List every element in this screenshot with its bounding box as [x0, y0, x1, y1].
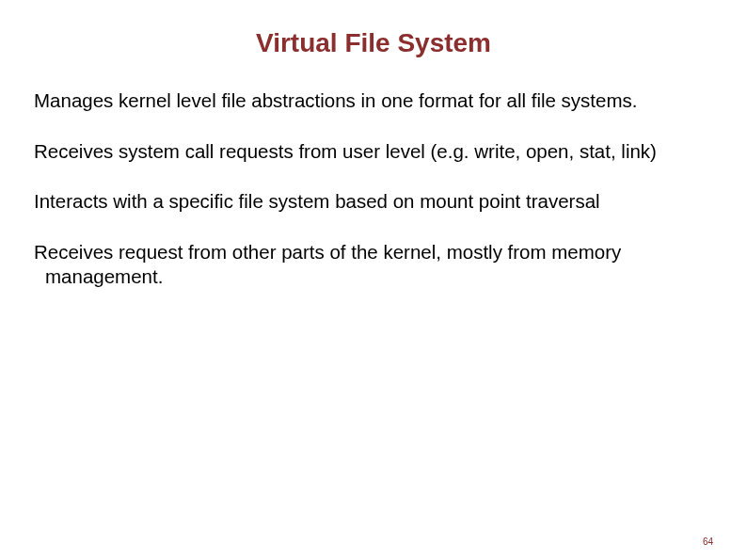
body-paragraph: Manages kernel level file abstractions i… — [45, 88, 713, 113]
body-paragraph: Interacts with a specific file system ba… — [45, 189, 713, 214]
body-paragraph: Receives request from other parts of the… — [45, 240, 713, 288]
slide-container: Virtual File System Manages kernel level… — [0, 0, 747, 560]
body-paragraph: Receives system call requests from user … — [45, 139, 713, 164]
page-number: 64 — [703, 536, 713, 547]
slide-title: Virtual File System — [34, 28, 713, 58]
